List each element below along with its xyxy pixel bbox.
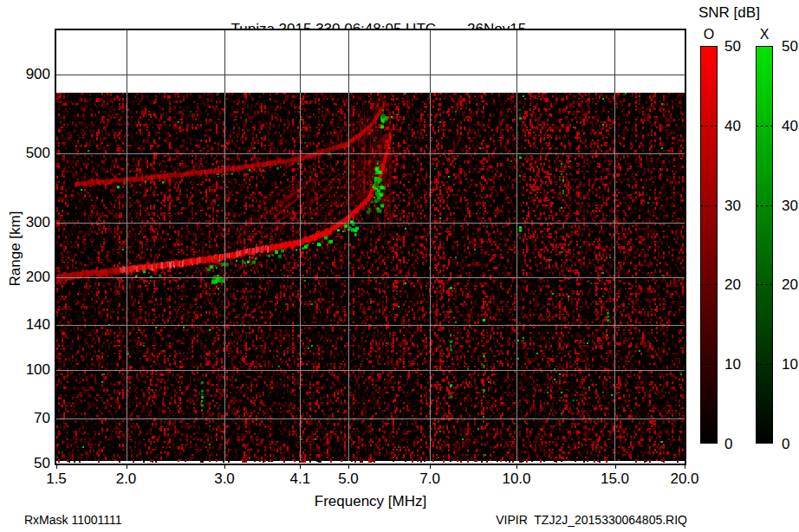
x-tick-mark bbox=[56, 465, 57, 469]
colorbar-tick-label: 0 bbox=[782, 436, 799, 453]
x-tick-label: 15.0 bbox=[594, 470, 636, 488]
x-tick-mark bbox=[300, 465, 301, 469]
colorbar-x-gradient bbox=[756, 46, 773, 444]
colorbar-tick-label: 40 bbox=[724, 118, 750, 135]
colorbar-tick-dash bbox=[756, 205, 773, 206]
colorbar-tick-label: 0 bbox=[724, 436, 750, 453]
colorbar-tick-label: 30 bbox=[724, 198, 750, 215]
x-tick-label: 20.0 bbox=[664, 470, 705, 488]
y-axis-label: Range [km] bbox=[7, 178, 24, 320]
y-tick-label: 100 bbox=[7, 361, 50, 379]
x-tick-mark bbox=[348, 465, 349, 469]
x-tick-label: 2.0 bbox=[106, 470, 147, 488]
colorbar-tick-label: 40 bbox=[782, 118, 799, 135]
x-tick-label: 5.0 bbox=[328, 470, 369, 488]
ionogram-page: Tupiza 2015 330 06:48:05 UTC26Nov15 SNR … bbox=[0, 0, 799, 532]
x-tick-label: 1.5 bbox=[36, 470, 77, 488]
y-tick-label: 70 bbox=[7, 410, 50, 427]
x-tick-mark bbox=[516, 465, 517, 469]
x-tick-label: 10.0 bbox=[496, 470, 537, 488]
colorbar-o-label: O bbox=[700, 27, 718, 42]
plot-frame bbox=[55, 29, 686, 465]
colorbar-tick-label: 10 bbox=[782, 356, 799, 373]
x-tick-label: 4.1 bbox=[279, 470, 321, 488]
colorbar-tick-label: 20 bbox=[782, 276, 799, 294]
x-tick-mark bbox=[430, 465, 431, 469]
y-tick-label: 140 bbox=[7, 316, 50, 334]
y-tick-label: 200 bbox=[7, 269, 50, 286]
colorbar-tick-dash bbox=[700, 126, 718, 127]
colorbar-tick-label: 10 bbox=[724, 356, 750, 373]
ionogram-canvas bbox=[56, 30, 685, 464]
y-tick-label: 50 bbox=[7, 455, 50, 472]
x-tick-mark bbox=[685, 465, 685, 469]
colorbar-tick-dash bbox=[700, 284, 718, 285]
colorbar-tick-dash bbox=[756, 284, 773, 285]
x-tick-label: 3.0 bbox=[204, 470, 245, 488]
x-tick-mark bbox=[615, 465, 616, 469]
footer-filename: VIPIR TZJ2J_2015330064805.RIQ bbox=[485, 513, 687, 527]
colorbar-tick-dash bbox=[756, 364, 773, 365]
colorbar-x-label: X bbox=[756, 27, 773, 42]
x-tick-label: 7.0 bbox=[409, 470, 451, 488]
y-tick-label: 500 bbox=[7, 145, 50, 162]
x-tick-mark bbox=[224, 465, 225, 469]
colorbar-tick-label: 50 bbox=[782, 38, 799, 55]
footer-rxmask: RxMask 11001111 bbox=[24, 513, 122, 527]
x-axis-label: Frequency [MHz] bbox=[55, 493, 686, 510]
colorbar-tick-label: 50 bbox=[724, 38, 750, 55]
colorbar-tick-dash bbox=[700, 205, 718, 206]
x-tick-mark bbox=[127, 465, 127, 469]
colorbar-tick-label: 30 bbox=[782, 198, 799, 215]
y-tick-label: 900 bbox=[7, 66, 50, 83]
colorbar-tick-dash bbox=[756, 126, 773, 127]
y-tick-label: 300 bbox=[7, 214, 50, 231]
colorbar-tick-dash bbox=[700, 364, 718, 365]
colorbar-tick-label: 20 bbox=[724, 276, 750, 294]
colorbar-title: SNR [dB] bbox=[698, 4, 760, 22]
colorbar-o-gradient bbox=[700, 46, 718, 444]
